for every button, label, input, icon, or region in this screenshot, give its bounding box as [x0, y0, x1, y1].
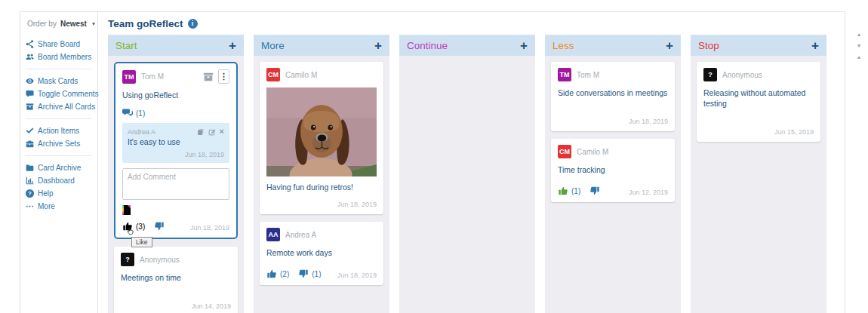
sidebar-item-archive-sets[interactable]: Archive Sets	[26, 137, 97, 150]
column-name: Continue	[407, 40, 448, 51]
card-text: Remote work days	[266, 247, 377, 258]
board-title-row: Team goReflect i	[98, 12, 845, 35]
column-continue: Continue +	[399, 35, 535, 313]
thumb-up-icon-active[interactable]	[558, 186, 568, 196]
card-text: Having fun during retros!	[266, 183, 377, 192]
column-body-start: TM Tom M ⋮ Using goReflect (1)	[108, 56, 244, 313]
add-card-button[interactable]: +	[520, 39, 528, 52]
column-name: Start	[115, 40, 137, 51]
add-card-button[interactable]: +	[666, 39, 673, 52]
comments-count: (1)	[136, 109, 145, 118]
add-card-button[interactable]: +	[374, 39, 382, 52]
thumb-down-icon[interactable]	[154, 221, 165, 232]
card-date: Jun 12, 2019	[629, 189, 668, 196]
add-card-button[interactable]: +	[229, 39, 236, 52]
add-comment-input[interactable]	[122, 168, 229, 200]
scroll-up-icon[interactable]: ▴	[857, 54, 860, 60]
comment-text: It's easy to use	[128, 137, 224, 146]
dashboard-icon	[26, 176, 34, 185]
sidebar-item-label: Board Members	[38, 53, 91, 61]
dog-gif-image	[266, 87, 377, 176]
column-more: More + CM Camilo M	[254, 35, 389, 313]
card-remote-work-days[interactable]: AA Andrea A Remote work days (2) (1) J	[260, 222, 383, 285]
delete-comment-icon[interactable]: ×	[220, 127, 224, 136]
card-date: Jun 15, 2019	[703, 128, 814, 136]
action-items-icon	[26, 127, 34, 135]
scroll-down-icon[interactable]: ▾	[857, 43, 860, 49]
column-stop: Stop + ? Anonymous Releasing without aut…	[691, 35, 826, 313]
info-icon[interactable]: i	[188, 19, 198, 29]
thumb-down-icon[interactable]	[298, 269, 309, 279]
vertical-scrollbar[interactable]: ▴ ▾ ▴	[854, 32, 863, 60]
mask-eye-icon	[26, 77, 34, 85]
sidebar-item-more[interactable]: ⋯ More	[26, 200, 97, 213]
comments-icon	[122, 108, 133, 118]
sidebar-item-mask-cards[interactable]: Mask Cards	[26, 75, 97, 87]
sidebar-divider	[26, 69, 91, 69]
thumb-up-icon[interactable]	[266, 269, 277, 279]
sidebar-item-label: Dashboard	[38, 176, 75, 185]
card-text: Time tracking	[558, 164, 668, 175]
column-less: Less + TM Tom M Side conversations in me…	[545, 35, 681, 313]
dislikes-count: (1)	[312, 270, 321, 278]
copy-comment-icon[interactable]	[197, 128, 205, 136]
column-header-less: Less +	[545, 35, 681, 56]
card-text: Side conversations in meetings	[558, 87, 668, 98]
thumb-down-icon[interactable]	[589, 186, 600, 196]
comment-date: Jun 18, 2019	[128, 151, 224, 158]
sidebar-item-dashboard[interactable]: Dashboard	[26, 174, 97, 187]
avatar: CM	[558, 145, 571, 158]
sidebar-item-label: Mask Cards	[38, 77, 78, 85]
giphy-gif-button[interactable]	[122, 205, 131, 215]
card-side-conversations[interactable]: TM Tom M Side conversations in meetings …	[551, 62, 675, 131]
column-start: Start + TM Tom M ⋮ Using goRefl	[108, 35, 244, 313]
sidebar-item-label: Help	[38, 189, 54, 198]
sidebar-item-action-items[interactable]: Action Items	[26, 124, 97, 137]
likes-count: (2)	[280, 270, 289, 278]
comments-toggle[interactable]: (1)	[122, 108, 229, 118]
thumb-up-icon[interactable]	[122, 221, 133, 232]
likes-count: (3)	[136, 222, 145, 231]
like-tooltip: Like	[131, 237, 152, 247]
card-text: Releasing without automated testing	[703, 87, 814, 109]
sidebar-item-label: Card Archive	[38, 164, 81, 172]
card-author: Andrea A	[285, 231, 316, 239]
likes-count: (1)	[571, 187, 580, 195]
scroll-up-icon[interactable]: ▴	[857, 32, 860, 38]
add-card-button[interactable]: +	[811, 39, 819, 52]
kebab-icon: ⋮	[220, 72, 228, 81]
card-author: Anonymous	[722, 71, 762, 79]
card-text: Using goReflect	[122, 90, 229, 100]
card-date: Jun 18, 2019	[558, 118, 668, 125]
archive-sets-icon	[26, 140, 34, 148]
column-name: Stop	[698, 40, 719, 51]
sidebar-item-label: Action Items	[38, 127, 79, 135]
order-by-dropdown[interactable]: Order by Newest ▾	[27, 20, 97, 28]
sidebar-item-archive-all-cards[interactable]: Archive All Cards	[26, 100, 97, 113]
card-releasing-without-testing[interactable]: ? Anonymous Releasing without automated …	[697, 62, 820, 142]
sidebar-item-label: More	[38, 202, 55, 210]
sidebar-item-help[interactable]: ? Help	[26, 187, 97, 200]
card-menu-button[interactable]: ⋮	[218, 69, 229, 84]
avatar: ?	[121, 253, 134, 266]
card-time-tracking[interactable]: CM Camilo M Time tracking (1) Jun 12, 20…	[551, 139, 675, 202]
sidebar-item-board-members[interactable]: Board Members	[26, 51, 97, 63]
column-header-stop: Stop +	[691, 35, 826, 56]
archive-card-icon[interactable]	[203, 72, 214, 82]
sidebar-item-card-archive[interactable]: Card Archive	[26, 161, 97, 174]
avatar: AA	[266, 228, 280, 241]
avatar: CM	[266, 68, 280, 81]
card-date: Jun 18, 2019	[337, 272, 377, 279]
avatar: TM	[122, 70, 136, 84]
card-author: Tom M	[577, 71, 599, 79]
card-meetings-on-time[interactable]: ? Anonymous Meetings on time Jun 14, 201…	[114, 247, 238, 313]
edit-comment-icon[interactable]	[208, 128, 216, 136]
board-columns: Start + TM Tom M ⋮ Using goRefl	[98, 35, 845, 313]
card-using-goreflect[interactable]: TM Tom M ⋮ Using goReflect (1)	[114, 62, 238, 239]
share-icon	[26, 40, 34, 48]
card-having-fun[interactable]: CM Camilo M	[260, 62, 383, 214]
sidebar-item-share-board[interactable]: Share Board	[26, 38, 97, 51]
comment: Andrea A × It's easy to use Jun 18, 2019	[122, 123, 229, 163]
app-panel: Order by Newest ▾ Share Board Board Memb…	[20, 11, 845, 313]
sidebar-item-toggle-comments[interactable]: Toggle Comments	[26, 87, 97, 100]
